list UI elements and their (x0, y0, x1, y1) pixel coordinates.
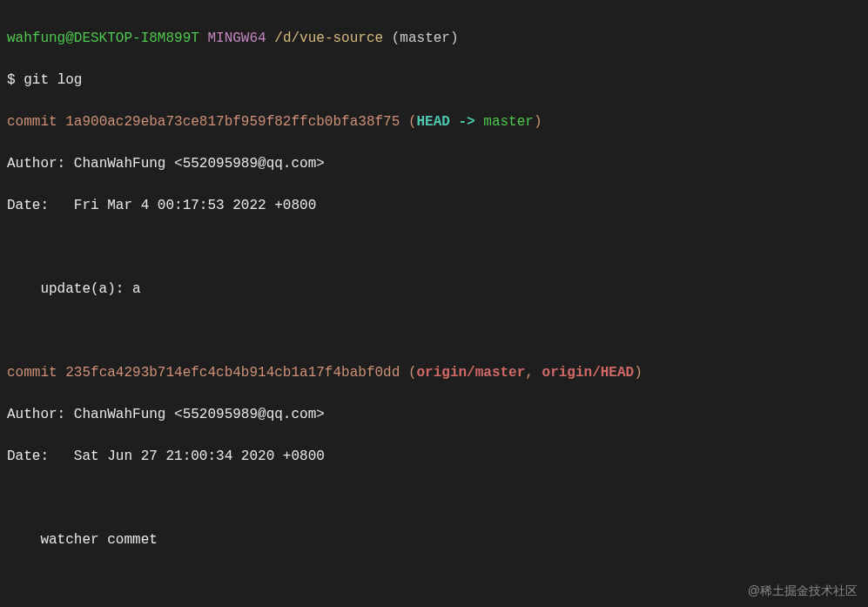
date-value: Sat Jun 27 21:00:34 2020 +0800 (49, 449, 325, 464)
prompt-line: wahfung@DESKTOP-I8M899T MINGW64 /d/vue-s… (7, 28, 861, 49)
prompt-symbol: $ (7, 72, 16, 88)
author-label: Author: (7, 156, 65, 172)
blank-line (7, 320, 861, 341)
cwd-path: /d/vue-source (274, 30, 383, 46)
refs-close: ) (634, 365, 643, 381)
branch-ref: master (483, 114, 534, 130)
date-label: Date: (7, 198, 49, 213)
remote-ref: origin/HEAD (542, 365, 635, 381)
commit-message: update(a): a (7, 279, 861, 300)
commit-label: commit (7, 365, 57, 381)
user-host: wahfung@DESKTOP-I8M899T (7, 30, 199, 46)
command-text: git log (24, 72, 82, 88)
remote-ref: origin/master (417, 365, 526, 381)
author-value: ChanWahFung <552095989@qq.com> (65, 156, 325, 172)
blank-line (7, 488, 861, 509)
commit-header: commit 235fca4293b714efc4cb4b914cb1a17f4… (7, 362, 861, 383)
commit-message: watcher commet (7, 529, 861, 550)
author-line: Author: ChanWahFung <552095989@qq.com> (7, 404, 861, 425)
terminal-output[interactable]: wahfung@DESKTOP-I8M899T MINGW64 /d/vue-s… (7, 7, 861, 607)
commit-label: commit (7, 114, 57, 130)
author-value: ChanWahFung <552095989@qq.com> (65, 407, 325, 422)
shell-name: MINGW64 (207, 30, 266, 46)
head-ref: HEAD -> (417, 114, 484, 130)
watermark-text: @稀土掘金技术社区 (748, 582, 858, 600)
refs-close: ) (534, 114, 542, 130)
date-line: Date: Sat Jun 27 21:00:34 2020 +0800 (7, 446, 861, 467)
refs-open: ( (408, 365, 417, 381)
author-label: Author: (7, 407, 65, 422)
date-value: Fri Mar 4 00:17:53 2022 +0800 (49, 198, 316, 213)
refs-sep: , (525, 365, 542, 381)
author-line: Author: ChanWahFung <552095989@qq.com> (7, 153, 861, 174)
commit-hash: 235fca4293b714efc4cb4b914cb1a17f4babf0dd (65, 365, 400, 381)
blank-line (7, 571, 861, 592)
date-line: Date: Fri Mar 4 00:17:53 2022 +0800 (7, 195, 861, 216)
command-line: $ git log (7, 70, 861, 91)
refs-open: ( (408, 114, 417, 130)
commit-hash: 1a900ac29eba73ce817bf959f82ffcb0bfa38f75 (65, 114, 400, 130)
blank-line (7, 237, 861, 258)
date-label: Date: (7, 449, 49, 464)
branch-indicator: (master) (392, 30, 459, 46)
commit-header: commit 1a900ac29eba73ce817bf959f82ffcb0b… (7, 111, 861, 132)
